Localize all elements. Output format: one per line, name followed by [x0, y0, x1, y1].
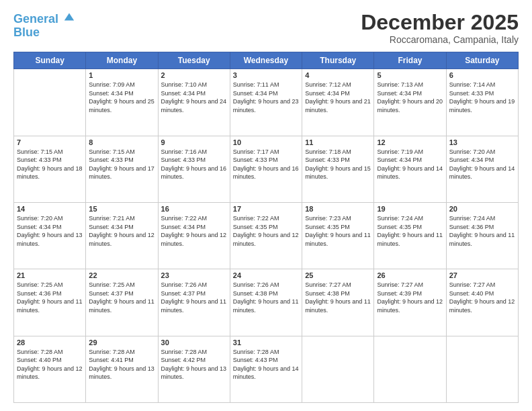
- day-number: 10: [233, 138, 299, 146]
- day-cell: 29Sunrise: 7:28 AMSunset: 4:41 PMDayligh…: [86, 336, 158, 402]
- day-info: Sunrise: 7:28 AMSunset: 4:43 PMDaylight:…: [233, 348, 299, 381]
- day-info: Sunrise: 7:13 AMSunset: 4:34 PMDaylight:…: [377, 81, 443, 114]
- day-cell: 5Sunrise: 7:13 AMSunset: 4:34 PMDaylight…: [374, 69, 446, 136]
- day-number: 13: [449, 138, 515, 146]
- day-number: 25: [305, 271, 371, 279]
- day-number: 8: [89, 138, 154, 146]
- day-number: 4: [305, 71, 371, 79]
- svg-marker-0: [64, 13, 74, 21]
- day-cell: [14, 69, 86, 136]
- day-cell: 23Sunrise: 7:26 AMSunset: 4:37 PMDayligh…: [158, 269, 230, 336]
- day-cell: 24Sunrise: 7:26 AMSunset: 4:38 PMDayligh…: [230, 269, 302, 336]
- day-cell: 18Sunrise: 7:23 AMSunset: 4:35 PMDayligh…: [302, 202, 374, 269]
- week-row-2: 7Sunrise: 7:15 AMSunset: 4:33 PMDaylight…: [14, 136, 519, 202]
- day-info: Sunrise: 7:22 AMSunset: 4:35 PMDaylight:…: [233, 214, 299, 248]
- day-cell: 12Sunrise: 7:19 AMSunset: 4:34 PMDayligh…: [374, 136, 446, 202]
- day-number: 20: [449, 205, 515, 213]
- col-saturday: Saturday: [446, 52, 518, 69]
- day-number: 9: [161, 138, 227, 146]
- day-cell: 17Sunrise: 7:22 AMSunset: 4:35 PMDayligh…: [230, 202, 302, 269]
- day-number: 2: [161, 71, 227, 79]
- day-number: 7: [17, 138, 83, 146]
- logo-general: General: [13, 12, 58, 26]
- logo: General Blue: [13, 11, 75, 40]
- day-cell: 8Sunrise: 7:15 AMSunset: 4:33 PMDaylight…: [86, 136, 158, 202]
- day-cell: 11Sunrise: 7:18 AMSunset: 4:33 PMDayligh…: [302, 136, 374, 202]
- day-cell: 15Sunrise: 7:21 AMSunset: 4:34 PMDayligh…: [86, 202, 158, 269]
- day-cell: [374, 336, 446, 402]
- day-number: 15: [89, 205, 154, 213]
- day-cell: 30Sunrise: 7:28 AMSunset: 4:42 PMDayligh…: [158, 336, 230, 402]
- day-number: 11: [305, 138, 371, 146]
- day-info: Sunrise: 7:24 AMSunset: 4:35 PMDaylight:…: [377, 214, 443, 248]
- day-number: 14: [17, 205, 83, 213]
- day-number: 27: [449, 271, 515, 279]
- logo-text-block: General Blue: [13, 11, 75, 40]
- day-info: Sunrise: 7:28 AMSunset: 4:41 PMDaylight:…: [89, 348, 154, 381]
- day-cell: 26Sunrise: 7:27 AMSunset: 4:39 PMDayligh…: [374, 269, 446, 336]
- day-info: Sunrise: 7:25 AMSunset: 4:37 PMDaylight:…: [89, 281, 154, 314]
- day-info: Sunrise: 7:20 AMSunset: 4:34 PMDaylight:…: [449, 148, 515, 181]
- day-cell: 10Sunrise: 7:17 AMSunset: 4:33 PMDayligh…: [230, 136, 302, 202]
- day-info: Sunrise: 7:20 AMSunset: 4:34 PMDaylight:…: [17, 214, 83, 248]
- day-cell: 2Sunrise: 7:10 AMSunset: 4:34 PMDaylight…: [158, 69, 230, 136]
- day-info: Sunrise: 7:26 AMSunset: 4:37 PMDaylight:…: [161, 281, 227, 314]
- day-number: 17: [233, 205, 299, 213]
- col-tuesday: Tuesday: [158, 52, 230, 69]
- day-number: 30: [161, 338, 227, 347]
- day-cell: 6Sunrise: 7:14 AMSunset: 4:33 PMDaylight…: [446, 69, 518, 136]
- day-info: Sunrise: 7:11 AMSunset: 4:34 PMDaylight:…: [233, 81, 299, 114]
- logo-blue: Blue: [13, 26, 75, 40]
- day-info: Sunrise: 7:24 AMSunset: 4:36 PMDaylight:…: [449, 214, 515, 248]
- day-info: Sunrise: 7:17 AMSunset: 4:33 PMDaylight:…: [233, 148, 299, 181]
- day-cell: 4Sunrise: 7:12 AMSunset: 4:34 PMDaylight…: [302, 69, 374, 136]
- page: General Blue December 2025 Roccaromana, …: [0, 0, 532, 411]
- day-info: Sunrise: 7:18 AMSunset: 4:33 PMDaylight:…: [305, 148, 371, 181]
- day-number: 22: [89, 271, 154, 279]
- day-cell: 7Sunrise: 7:15 AMSunset: 4:33 PMDaylight…: [14, 136, 86, 202]
- logo-icon: [63, 11, 75, 23]
- day-info: Sunrise: 7:14 AMSunset: 4:33 PMDaylight:…: [449, 81, 515, 114]
- day-cell: 31Sunrise: 7:28 AMSunset: 4:43 PMDayligh…: [230, 336, 302, 402]
- week-row-4: 21Sunrise: 7:25 AMSunset: 4:36 PMDayligh…: [14, 269, 519, 336]
- day-cell: 13Sunrise: 7:20 AMSunset: 4:34 PMDayligh…: [446, 136, 518, 202]
- day-info: Sunrise: 7:21 AMSunset: 4:34 PMDaylight:…: [89, 214, 154, 248]
- day-number: 28: [17, 338, 83, 347]
- week-row-5: 28Sunrise: 7:28 AMSunset: 4:40 PMDayligh…: [14, 336, 519, 402]
- header: General Blue December 2025 Roccaromana, …: [13, 11, 519, 45]
- day-cell: 28Sunrise: 7:28 AMSunset: 4:40 PMDayligh…: [14, 336, 86, 402]
- col-wednesday: Wednesday: [230, 52, 302, 69]
- day-cell: 19Sunrise: 7:24 AMSunset: 4:35 PMDayligh…: [374, 202, 446, 269]
- title-block: December 2025 Roccaromana, Campania, Ita…: [361, 11, 519, 45]
- day-info: Sunrise: 7:26 AMSunset: 4:38 PMDaylight:…: [233, 281, 299, 314]
- day-number: 12: [377, 138, 443, 146]
- day-cell: [302, 336, 374, 402]
- day-info: Sunrise: 7:23 AMSunset: 4:35 PMDaylight:…: [305, 214, 371, 248]
- day-number: 26: [377, 271, 443, 279]
- day-cell: 14Sunrise: 7:20 AMSunset: 4:34 PMDayligh…: [14, 202, 86, 269]
- day-number: 24: [233, 271, 299, 279]
- day-number: 18: [305, 205, 371, 213]
- main-title: December 2025: [361, 11, 519, 34]
- col-friday: Friday: [374, 52, 446, 69]
- day-info: Sunrise: 7:09 AMSunset: 4:34 PMDaylight:…: [89, 81, 154, 114]
- day-cell: 27Sunrise: 7:27 AMSunset: 4:40 PMDayligh…: [446, 269, 518, 336]
- col-monday: Monday: [86, 52, 158, 69]
- day-number: 3: [233, 71, 299, 79]
- day-info: Sunrise: 7:12 AMSunset: 4:34 PMDaylight:…: [305, 81, 371, 114]
- logo-text: General: [13, 11, 75, 26]
- day-number: 21: [17, 271, 83, 279]
- day-cell: 25Sunrise: 7:27 AMSunset: 4:38 PMDayligh…: [302, 269, 374, 336]
- day-info: Sunrise: 7:19 AMSunset: 4:34 PMDaylight:…: [377, 148, 443, 181]
- day-cell: 3Sunrise: 7:11 AMSunset: 4:34 PMDaylight…: [230, 69, 302, 136]
- day-info: Sunrise: 7:28 AMSunset: 4:40 PMDaylight:…: [17, 348, 83, 381]
- day-number: 6: [449, 71, 515, 79]
- day-info: Sunrise: 7:27 AMSunset: 4:38 PMDaylight:…: [305, 281, 371, 314]
- day-cell: 1Sunrise: 7:09 AMSunset: 4:34 PMDaylight…: [86, 69, 158, 136]
- day-number: 31: [233, 338, 299, 347]
- day-info: Sunrise: 7:10 AMSunset: 4:34 PMDaylight:…: [161, 81, 227, 114]
- day-cell: 9Sunrise: 7:16 AMSunset: 4:33 PMDaylight…: [158, 136, 230, 202]
- day-info: Sunrise: 7:28 AMSunset: 4:42 PMDaylight:…: [161, 348, 227, 381]
- day-cell: 21Sunrise: 7:25 AMSunset: 4:36 PMDayligh…: [14, 269, 86, 336]
- day-info: Sunrise: 7:15 AMSunset: 4:33 PMDaylight:…: [17, 148, 83, 181]
